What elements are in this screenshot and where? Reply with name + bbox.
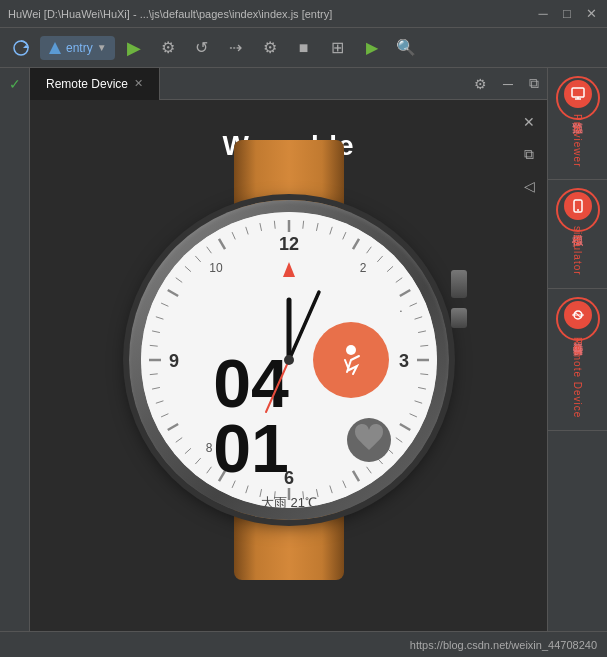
title-bar-text: HuWei [D:\HuaWei\HuXi] - ...\js\default\… xyxy=(8,8,535,20)
preview-top-controls: ✕ ⧉ ◁ xyxy=(511,104,547,204)
title-bar-controls: ─ □ ✕ xyxy=(535,6,599,21)
svg-point-88 xyxy=(284,355,294,365)
sync-button[interactable]: ↺ xyxy=(187,34,217,62)
run-button[interactable]: ▶ xyxy=(119,34,149,62)
refresh-button[interactable] xyxy=(6,34,36,62)
main-area: ✓ Remote Device ✕ ⚙ ─ ⧉ ✕ ⧉ ◁ Wearable xyxy=(0,68,607,631)
watch-face: 12 3 6 9 2 . 10 4 8 xyxy=(141,212,437,508)
check-icon: ✓ xyxy=(9,76,21,92)
tab-popout-icon[interactable]: ⧉ xyxy=(521,75,547,92)
status-url: https://blog.csdn.net/weixin_44708240 xyxy=(410,639,597,651)
svg-text:.: . xyxy=(399,301,402,315)
tab-bar: Remote Device ✕ ⚙ ─ ⧉ xyxy=(30,68,547,100)
svg-rect-89 xyxy=(572,88,584,97)
svg-point-80 xyxy=(346,345,356,355)
watch-container: 12 3 6 9 2 . 10 4 8 xyxy=(129,200,449,520)
svg-text:10: 10 xyxy=(209,261,223,275)
fast-forward-button[interactable]: ⇢ xyxy=(221,34,251,62)
svg-text:3: 3 xyxy=(398,351,408,371)
tab-minimize-icon[interactable]: ─ xyxy=(495,76,521,92)
tab-container: Remote Device ✕ ⚙ ─ ⧉ ✕ ⧉ ◁ Wearable xyxy=(30,68,547,631)
svg-marker-2 xyxy=(49,42,61,54)
remote-device-panel-item[interactable]: 远程设备 仿真设备 Remote Device xyxy=(548,289,607,431)
svg-text:12: 12 xyxy=(278,234,298,254)
debug-button[interactable]: ⚙ xyxy=(153,34,183,62)
svg-text:9: 9 xyxy=(168,351,178,371)
close-button[interactable]: ✕ xyxy=(583,6,599,21)
preview-copy-button[interactable]: ⧉ xyxy=(515,140,543,168)
svg-text:8: 8 xyxy=(205,441,212,455)
remote-device-tab[interactable]: Remote Device ✕ xyxy=(30,68,160,100)
minimize-button[interactable]: ─ xyxy=(535,6,551,21)
svg-text:大雨 21℃: 大雨 21℃ xyxy=(260,495,316,508)
simulator-icon xyxy=(564,192,592,220)
dropdown-arrow: ▼ xyxy=(97,42,107,53)
crown-bottom xyxy=(451,308,467,328)
previewer-icon xyxy=(564,80,592,108)
maximize-button[interactable]: □ xyxy=(559,6,575,21)
play2-button[interactable]: ▶ xyxy=(357,34,387,62)
right-panel: 预览器 Previewer 模拟器 simulator xyxy=(547,68,607,631)
watch-case: 12 3 6 9 2 . 10 4 8 xyxy=(129,200,449,520)
status-bar: https://blog.csdn.net/weixin_44708240 xyxy=(0,631,607,657)
entry-label: entry xyxy=(66,41,93,55)
stop-button[interactable]: ■ xyxy=(289,34,319,62)
previewer-en-label: Previewer xyxy=(572,114,583,167)
preview-close-button[interactable]: ✕ xyxy=(515,108,543,136)
settings-button[interactable]: ⚙ xyxy=(255,34,285,62)
title-bar: HuWei [D:\HuaWei\HuXi] - ...\js\default\… xyxy=(0,0,607,28)
search-button[interactable]: 🔍 xyxy=(391,34,421,62)
remote-device-icon xyxy=(564,301,592,329)
left-sidebar: ✓ xyxy=(0,68,30,631)
crown-top xyxy=(451,270,467,298)
preview-back-button[interactable]: ◁ xyxy=(515,172,543,200)
toolbar: entry ▼ ▶ ⚙ ↺ ⇢ ⚙ ■ ⊞ ▶ 🔍 xyxy=(0,28,607,68)
folder-button[interactable]: ⊞ xyxy=(323,34,353,62)
tab-settings-icon[interactable]: ⚙ xyxy=(466,76,495,92)
simulator-en-label: simulator xyxy=(572,226,583,276)
simulator-panel-item[interactable]: 模拟器 simulator xyxy=(548,180,607,289)
tab-label: Remote Device xyxy=(46,77,128,91)
device-preview: ✕ ⧉ ◁ Wearable 00:59:44 xyxy=(30,100,547,631)
tab-close-button[interactable]: ✕ xyxy=(134,77,143,90)
svg-text:2: 2 xyxy=(359,261,366,275)
remote-device-en-label: Remote Device xyxy=(572,337,583,418)
entry-chip[interactable]: entry ▼ xyxy=(40,36,115,60)
previewer-panel-item[interactable]: 预览器 Previewer xyxy=(548,68,607,180)
svg-text:01: 01 xyxy=(213,410,289,486)
